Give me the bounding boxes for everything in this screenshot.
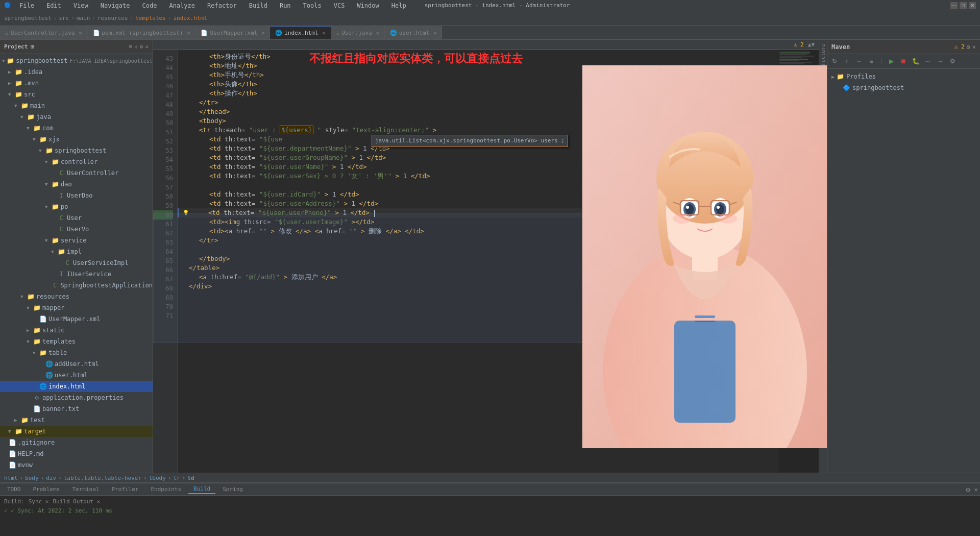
tree-item-templates[interactable]: ▼ 📁 templates: [0, 336, 153, 347]
tree-item-iuserservice[interactable]: ▶ I IUserService: [0, 269, 153, 280]
tab-close-usercontroller[interactable]: ✕: [79, 30, 82, 36]
menu-refactor[interactable]: Refactor: [203, 1, 241, 10]
build-panel-close[interactable]: ✕: [974, 486, 978, 493]
tree-item-src[interactable]: ▼ 📁 src: [0, 89, 153, 100]
path-html[interactable]: html: [4, 475, 18, 481]
tree-item-target[interactable]: ▼ 📁 target: [0, 426, 153, 437]
tree-item-helpmd[interactable]: ▶ 📄 HELP.md: [0, 448, 153, 459]
tab-spring[interactable]: Spring: [217, 485, 248, 494]
project-header-btn-list[interactable]: ≡: [129, 43, 133, 50]
tree-item-java[interactable]: ▼ 📁 java: [0, 111, 153, 123]
menu-file[interactable]: File: [15, 1, 38, 10]
tree-item-xjx[interactable]: ▼ 📁 xjx: [0, 134, 153, 145]
project-header-btn-close[interactable]: ✕: [145, 43, 149, 50]
favorites-label[interactable]: Favorites: [819, 76, 827, 111]
menu-code[interactable]: Code: [138, 1, 161, 10]
path-body[interactable]: body: [25, 475, 39, 481]
tree-item-mvnwcmd[interactable]: ▶ 📄 mvnw.cmd: [0, 471, 153, 473]
menu-help[interactable]: Help: [387, 1, 410, 10]
menu-vcs[interactable]: VCS: [330, 1, 349, 10]
menu-analyze[interactable]: Analyze: [165, 1, 199, 10]
maven-debug-btn[interactable]: 🐛: [911, 56, 921, 66]
tab-usercontroller[interactable]: ☕ UserController.java ✕: [0, 26, 88, 39]
path-table[interactable]: table.table.table-hover: [64, 475, 141, 481]
tree-item-appprops[interactable]: ▶ ⚙ application.properties: [0, 392, 153, 403]
build-sync-close[interactable]: Sync ✕: [29, 498, 49, 506]
tree-item-com[interactable]: ▼ 📁 com: [0, 123, 153, 134]
tab-profiler[interactable]: Profiler: [106, 485, 143, 494]
tree-item-springboottest[interactable]: ▼ 📁 springboottest F:\JAVA_IDEA\springbo…: [0, 55, 153, 66]
tab-user[interactable]: ☕ User.java ✕: [331, 26, 385, 39]
tree-item-usermapperxml[interactable]: ▶ 📄 UserMapper.xml: [0, 313, 153, 325]
tab-build[interactable]: Build: [188, 484, 215, 494]
maven-run-btn[interactable]: ▶: [886, 56, 896, 66]
tree-item-controller[interactable]: ▼ 📁 controller: [0, 156, 153, 167]
header-icon-grid[interactable]: ⊞: [31, 43, 34, 50]
tree-item-uservo[interactable]: ▶ C UserVo: [0, 224, 153, 235]
tab-todo[interactable]: TODO: [2, 485, 26, 494]
breadcrumb-item-templates[interactable]: templates: [135, 15, 166, 21]
close-button[interactable]: ✕: [969, 2, 976, 9]
tree-item-app[interactable]: ▶ C SpringboottestApplication: [0, 280, 153, 291]
breadcrumb-item-src[interactable]: src: [59, 15, 69, 21]
tab-usermapper[interactable]: 📄 UserMapper.xml ✕: [195, 26, 270, 39]
tree-item-dao[interactable]: ▼ 📁 dao: [0, 179, 153, 190]
tree-item-user[interactable]: ▶ C User: [0, 212, 153, 224]
maven-header-settings[interactable]: ⚙: [967, 43, 970, 51]
maven-header-close[interactable]: ✕: [972, 43, 976, 51]
tree-item-mvn[interactable]: ▶ 📁 .mvn: [0, 78, 153, 89]
minimize-button[interactable]: —: [950, 2, 958, 9]
tree-item-adduserhtml[interactable]: ▶ 🌐 addUser.html: [0, 358, 153, 370]
tab-close-user[interactable]: ✕: [376, 30, 379, 36]
tree-item-main[interactable]: ▼ 📁 main: [0, 100, 153, 111]
build-label-sync[interactable]: Build:: [4, 498, 24, 506]
maven-list-btn[interactable]: ≡: [866, 56, 876, 66]
tab-userhtml[interactable]: 🌐 user.html ✕: [385, 26, 443, 39]
maven-settings-btn[interactable]: ⚙: [947, 56, 958, 66]
maven-nav-prev[interactable]: ←: [923, 56, 933, 66]
tree-item-static[interactable]: ▶ 📁 static: [0, 325, 153, 336]
tree-item-userhtmlfile[interactable]: ▶ 🌐 user.html: [0, 370, 153, 381]
build-output-close[interactable]: Build Output ✕: [53, 498, 101, 506]
path-tbody[interactable]: tbody: [149, 475, 166, 481]
tree-item-idea[interactable]: ▶ 📁 .idea: [0, 66, 153, 78]
menu-view[interactable]: View: [69, 1, 92, 10]
tree-item-mapper[interactable]: ▼ 📁 mapper: [0, 302, 153, 313]
maven-item-springboottest[interactable]: ▶ 🔷 springboottest: [827, 82, 980, 93]
tab-index[interactable]: 🌐 index.html ✕: [270, 26, 331, 39]
warning-nav-next[interactable]: ▼: [811, 41, 815, 48]
breadcrumb-item-file[interactable]: index.html: [173, 15, 207, 21]
tree-item-po[interactable]: ▼ 📁 po: [0, 201, 153, 212]
menu-build[interactable]: Build: [245, 1, 272, 10]
tab-close-index[interactable]: ✕: [322, 30, 325, 36]
maven-item-profiles[interactable]: ▶ 📁 Profiles: [827, 71, 980, 82]
maven-add-btn[interactable]: +: [842, 56, 852, 66]
path-tr[interactable]: tr: [173, 475, 180, 481]
path-div[interactable]: div: [46, 475, 56, 481]
code-editor[interactable]: ⚠ 2 ▲ ▼ 4344454647 4849505152 5354555657…: [153, 40, 819, 473]
menu-window[interactable]: Window: [353, 1, 383, 10]
maven-nav-next[interactable]: →: [935, 56, 945, 66]
warning-count[interactable]: ⚠ 2: [794, 41, 804, 48]
tree-item-usercontroller[interactable]: ▶ C UserController: [0, 167, 153, 179]
tab-close-usermapper[interactable]: ✕: [261, 30, 264, 36]
breadcrumb-item-main[interactable]: main: [77, 15, 90, 21]
tree-item-userdao[interactable]: ▶ I UserDao: [0, 190, 153, 201]
tree-item-impl[interactable]: ▼ 📁 impl: [0, 246, 153, 257]
tree-item-userserviceimpl[interactable]: ▶ C UserServiceImpl: [0, 257, 153, 269]
project-header-btn-settings[interactable]: ⚙: [140, 43, 143, 50]
tab-close-userhtml[interactable]: ✕: [433, 30, 436, 36]
maximize-button[interactable]: □: [960, 2, 967, 9]
tree-item-test[interactable]: ▶ 📁 test: [0, 415, 153, 426]
tab-endpoints[interactable]: Endpoints: [145, 485, 186, 494]
tree-item-table[interactable]: ▼ 📁 table: [0, 347, 153, 358]
tree-item-gitignore[interactable]: ▶ 📄 .gitignore: [0, 437, 153, 448]
tree-item-indexhtml[interactable]: ▶ 🌐 index.html: [0, 381, 153, 392]
menu-tools[interactable]: Tools: [299, 1, 326, 10]
tree-item-service[interactable]: ▼ 📁 service: [0, 235, 153, 246]
structure-label[interactable]: Structure: [819, 40, 827, 76]
tab-terminal[interactable]: Terminal: [67, 485, 104, 494]
menu-navigate[interactable]: Navigate: [96, 1, 134, 10]
build-panel-settings[interactable]: ⚙: [966, 485, 970, 494]
tree-item-resources[interactable]: ▼ 📁 resources: [0, 291, 153, 302]
